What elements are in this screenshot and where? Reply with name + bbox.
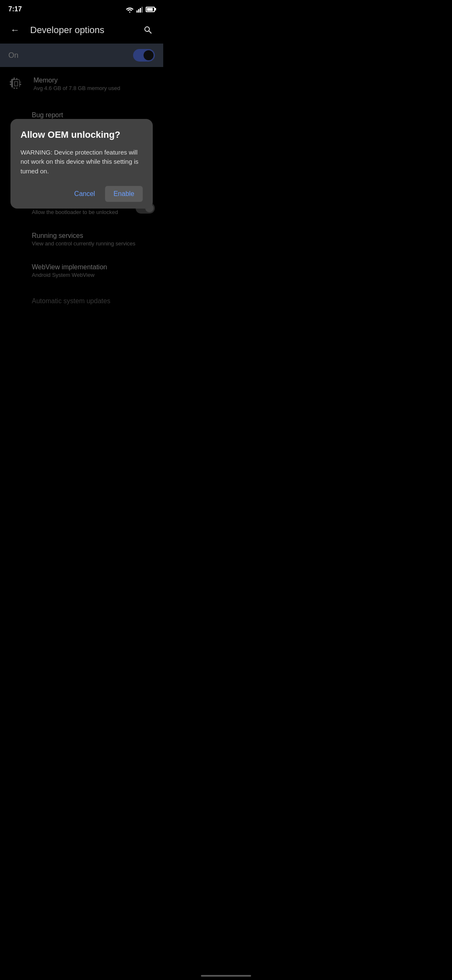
svg-rect-2 [138, 9, 139, 13]
dialog-title: Allow OEM unlocking? [21, 129, 143, 141]
svg-rect-1 [136, 10, 138, 13]
status-time: 7:17 [8, 5, 22, 13]
dialog-actions: Cancel Enable [21, 186, 143, 202]
modal-overlay: Allow OEM unlocking? WARNING: Device pro… [0, 44, 163, 353]
svg-rect-4 [141, 7, 143, 13]
page-title: Developer options [30, 25, 140, 36]
status-icons [126, 6, 155, 13]
app-bar: ← Developer options [0, 17, 163, 44]
status-bar: 7:17 [0, 0, 163, 17]
wifi-icon [126, 6, 134, 13]
dialog-body: WARNING: Device protection features will… [21, 148, 143, 176]
oem-unlock-dialog: Allow OEM unlocking? WARNING: Device pro… [10, 119, 153, 209]
signal-icon [136, 6, 143, 13]
battery-icon [146, 7, 155, 12]
search-button[interactable] [140, 22, 157, 39]
svg-point-0 [129, 11, 131, 13]
search-icon [143, 25, 153, 35]
back-button[interactable]: ← [7, 22, 23, 39]
back-arrow-icon: ← [10, 25, 20, 36]
svg-rect-3 [140, 8, 141, 13]
cancel-button[interactable]: Cancel [67, 186, 102, 202]
enable-button[interactable]: Enable [105, 186, 143, 202]
